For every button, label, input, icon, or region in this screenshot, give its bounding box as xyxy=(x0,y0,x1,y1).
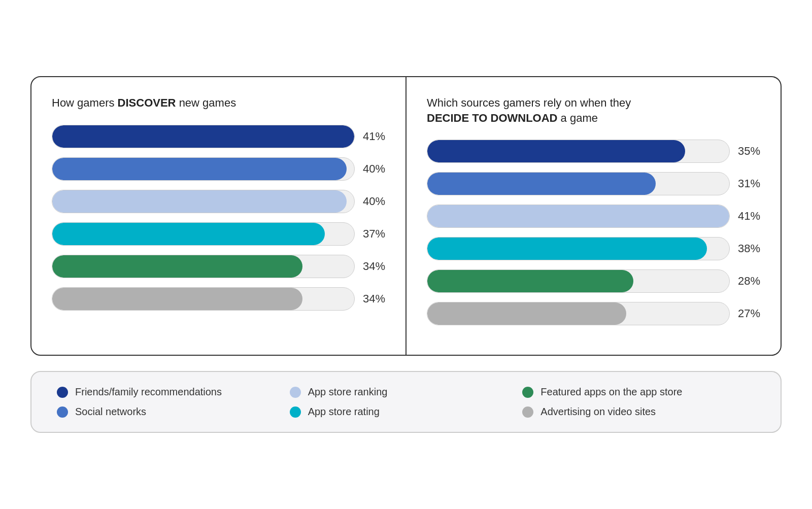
bar-percentage: 34% xyxy=(355,260,385,273)
legend-label: Friends/family recommendations xyxy=(75,386,222,398)
bar-track xyxy=(427,237,730,260)
bar-row: 28% xyxy=(427,269,760,293)
legend-dot xyxy=(522,387,533,398)
bar-track xyxy=(52,255,355,278)
bar-row: 34% xyxy=(52,255,385,278)
bar-fill xyxy=(52,158,347,180)
bar-row: 40% xyxy=(52,157,385,181)
legend-dot xyxy=(522,406,533,418)
legend-item: Advertising on video sites xyxy=(522,406,755,418)
bar-row: 31% xyxy=(427,172,760,195)
bar-fill xyxy=(427,140,685,162)
bar-track xyxy=(427,140,730,163)
bar-track xyxy=(52,190,355,213)
bar-fill xyxy=(427,173,656,195)
bar-track xyxy=(52,287,355,311)
bar-percentage: 34% xyxy=(355,292,385,306)
bar-track xyxy=(52,125,355,148)
legend-item: App store ranking xyxy=(290,386,523,398)
bar-percentage: 41% xyxy=(355,130,385,143)
bar-percentage: 37% xyxy=(355,227,385,241)
legend-dot xyxy=(57,406,68,418)
right-bars: 35%31%41%38%28%27% xyxy=(427,140,760,325)
bar-row: 27% xyxy=(427,302,760,325)
left-bars: 41%40%40%37%34%34% xyxy=(52,125,385,311)
left-panel-title: How gamers DISCOVER new games xyxy=(52,95,385,111)
bar-percentage: 31% xyxy=(730,177,760,190)
bar-track xyxy=(52,157,355,181)
bar-row: 41% xyxy=(427,205,760,228)
bar-percentage: 40% xyxy=(355,162,385,176)
legend-dot xyxy=(290,387,301,398)
bar-row: 38% xyxy=(427,237,760,260)
bar-fill xyxy=(427,205,729,227)
bar-percentage: 27% xyxy=(730,307,760,320)
bar-fill xyxy=(427,270,633,292)
bar-percentage: 41% xyxy=(730,210,760,223)
bar-fill xyxy=(52,288,302,310)
bar-track xyxy=(427,302,730,325)
legend-dot xyxy=(290,406,301,418)
bar-fill xyxy=(427,237,707,260)
legend-label: App store ranking xyxy=(308,386,388,398)
left-panel: How gamers DISCOVER new games 41%40%40%3… xyxy=(31,77,407,355)
main-chart-container: How gamers DISCOVER new games 41%40%40%3… xyxy=(30,76,782,356)
bar-row: 41% xyxy=(52,125,385,148)
legend-label: App store rating xyxy=(308,406,380,418)
bar-percentage: 35% xyxy=(730,145,760,158)
bar-row: 40% xyxy=(52,190,385,213)
legend-item: Featured apps on the app store xyxy=(522,386,755,398)
bar-track xyxy=(427,172,730,195)
legend-label: Social networks xyxy=(75,406,146,418)
bar-fill xyxy=(427,302,626,325)
bar-row: 37% xyxy=(52,222,385,246)
legend-label: Advertising on video sites xyxy=(540,406,656,418)
bar-track xyxy=(427,205,730,228)
bar-percentage: 28% xyxy=(730,275,760,288)
bar-row: 35% xyxy=(427,140,760,163)
bar-fill xyxy=(52,190,347,213)
bar-percentage: 40% xyxy=(355,195,385,208)
bar-percentage: 38% xyxy=(730,242,760,255)
legend-dot xyxy=(57,387,68,398)
right-panel: Which sources gamers rely on when theyDE… xyxy=(407,77,781,355)
legend-item: App store rating xyxy=(290,406,523,418)
bar-fill xyxy=(52,223,325,245)
bar-row: 34% xyxy=(52,287,385,311)
bar-track xyxy=(427,269,730,293)
legend-item: Friends/family recommendations xyxy=(57,386,290,398)
legend: Friends/family recommendationsApp store … xyxy=(30,371,782,433)
legend-item: Social networks xyxy=(57,406,290,418)
legend-label: Featured apps on the app store xyxy=(540,386,682,398)
bar-fill xyxy=(52,125,354,148)
bar-fill xyxy=(52,255,302,278)
right-panel-title: Which sources gamers rely on when theyDE… xyxy=(427,95,760,125)
bar-track xyxy=(52,222,355,246)
